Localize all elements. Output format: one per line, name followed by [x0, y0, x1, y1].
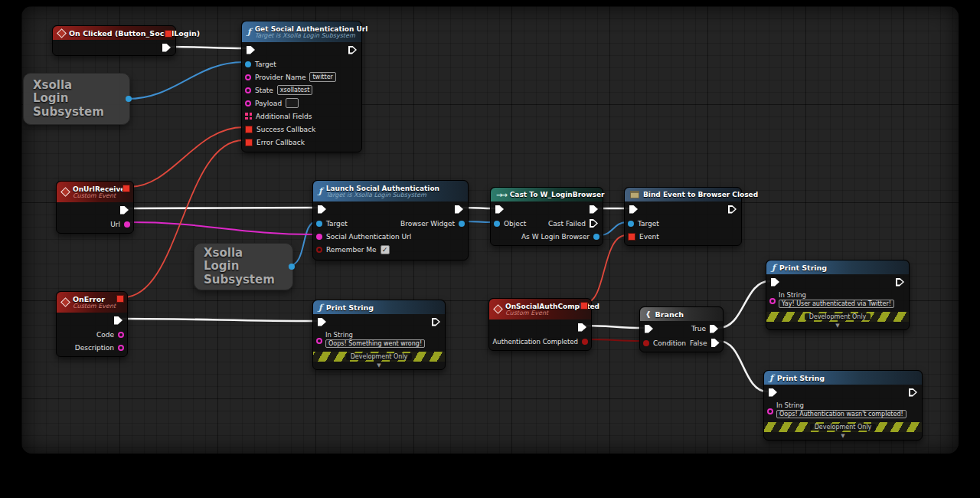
node-get-social-auth-url[interactable]: ƒ Get Social Authentication Url Target i… [241, 21, 362, 152]
pin-label: State [255, 87, 273, 94]
additional-fields-pin[interactable] [245, 113, 252, 120]
variable-xsolla-login-subsystem[interactable]: Xsolla Login Subsystem [194, 243, 293, 290]
error-callback-pin[interactable] [245, 139, 253, 146]
in-string-field[interactable]: Yay! User authenticated via Twitter! [779, 300, 894, 308]
node-title: Print String [777, 374, 825, 382]
exec-out-pin[interactable] [896, 278, 904, 287]
variable-xsolla-login-subsystem[interactable]: Xsolla Login Subsystem [23, 73, 130, 125]
exec-in-pin[interactable] [318, 205, 326, 214]
in-string-pin[interactable] [769, 298, 776, 304]
false-exec-pin[interactable] [711, 339, 720, 347]
node-launch-social-auth[interactable]: ƒ Launch Social Authentication Target is… [312, 180, 469, 260]
code-out-pin[interactable] [118, 332, 124, 338]
cast-failed-exec-pin[interactable] [590, 219, 598, 228]
exec-out-pin[interactable] [728, 205, 737, 214]
collapse-arrow-icon[interactable] [764, 432, 922, 440]
pin-label: Error Callback [256, 139, 305, 146]
node-title: On Clicked (Button_SocialLogin) [69, 29, 200, 38]
object-out-pin[interactable] [289, 264, 295, 270]
exec-out-pin[interactable] [455, 205, 463, 214]
exec-in-pin[interactable] [645, 325, 653, 333]
node-print-string-success[interactable]: ƒ Print String In String Yay! User authe… [766, 260, 910, 330]
exec-in-pin[interactable] [247, 46, 255, 54]
payload-field[interactable] [286, 98, 299, 108]
provider-name-field[interactable]: twitter [309, 72, 335, 82]
pin-label: Browser Widget [400, 220, 455, 228]
pin-label: Additional Fields [256, 113, 312, 120]
node-title: Print String [779, 264, 827, 272]
in-string-field[interactable]: Oops! Authentication wasn't completed! [776, 410, 906, 418]
collapse-arrow-icon[interactable] [766, 322, 909, 329]
object-pin[interactable] [494, 221, 500, 227]
node-on-error[interactable]: OnError Custom Event Code Description [56, 291, 128, 357]
development-only-banner: Development Only [764, 422, 922, 432]
true-exec-pin[interactable] [710, 325, 718, 333]
node-branch[interactable]: ❰ Branch True Condition False [639, 306, 724, 352]
node-subtitle: Target is Xsolla Login Subsystem [326, 192, 439, 198]
development-only-banner: Development Only [313, 352, 445, 362]
social-auth-url-pin[interactable] [316, 234, 322, 240]
event-pin[interactable] [628, 233, 635, 241]
node-print-string-not-completed[interactable]: ƒ Print String In String Oops! Authentic… [763, 370, 923, 441]
exec-in-pin[interactable] [495, 205, 504, 214]
remember-me-checkbox[interactable] [381, 245, 390, 254]
node-cast-to-login-browser[interactable]: →→ Cast To W_LoginBrowser Object Cast Fa… [490, 187, 603, 246]
development-only-banner: Development Only [766, 312, 909, 322]
exec-out-pin[interactable] [120, 206, 129, 215]
node-title: Print String [326, 303, 374, 312]
pin-label: Code [96, 331, 114, 339]
exec-out-pin[interactable] [590, 205, 598, 214]
exec-in-pin[interactable] [769, 388, 777, 397]
pin-label: In String [779, 291, 894, 299]
url-out-pin[interactable] [124, 221, 130, 228]
state-field[interactable]: xsollatest [277, 85, 313, 95]
in-string-field[interactable]: Oops! Something went wrong! [325, 339, 425, 348]
exec-out-pin[interactable] [162, 44, 171, 52]
delegate-pin[interactable] [122, 185, 130, 192]
pin-label: Success Callback [256, 126, 315, 133]
node-on-social-auth-completed[interactable]: OnSocialAuthCompleted Custom Event Authe… [488, 298, 592, 351]
exec-in-pin[interactable] [771, 278, 779, 287]
function-icon: ƒ [772, 263, 776, 273]
browser-widget-out-pin[interactable] [459, 221, 465, 227]
exec-out-pin[interactable] [114, 316, 122, 325]
pin-label: As W Login Browser [521, 233, 590, 241]
provider-name-pin[interactable] [245, 74, 251, 80]
bind-event-icon [630, 191, 639, 198]
remember-me-pin[interactable] [316, 247, 322, 253]
cast-icon: →→ [496, 191, 506, 199]
node-subtitle: Custom Event [73, 303, 116, 310]
success-callback-pin[interactable] [245, 126, 253, 133]
condition-pin[interactable] [643, 340, 649, 346]
exec-in-pin[interactable] [318, 318, 326, 326]
node-on-clicked[interactable]: On Clicked (Button_SocialLogin) [52, 25, 176, 56]
object-out-pin[interactable] [126, 96, 132, 102]
node-title: Bind Event to Browser Closed [643, 191, 758, 198]
pin-label: Provider Name [255, 74, 305, 81]
exec-in-pin[interactable] [629, 205, 638, 214]
payload-pin[interactable] [245, 100, 251, 106]
node-bind-event-browser-closed[interactable]: Bind Event to Browser Closed Target Even… [624, 187, 742, 246]
delegate-pin[interactable] [165, 30, 172, 38]
auth-completed-out-pin[interactable] [582, 339, 588, 345]
in-string-pin[interactable] [316, 338, 322, 344]
node-on-url-received[interactable]: OnUrlReceived Custom Event Url [56, 181, 134, 234]
description-out-pin[interactable] [118, 345, 124, 351]
node-print-string-error[interactable]: ƒ Print String In String Oops! Something… [312, 300, 446, 370]
in-string-pin[interactable] [767, 408, 773, 414]
target-pin[interactable] [245, 61, 251, 67]
delegate-pin[interactable] [580, 302, 588, 310]
variable-title: Xsolla Login Subsystem [204, 247, 273, 287]
delegate-pin[interactable] [116, 295, 124, 303]
exec-out-pin[interactable] [432, 318, 440, 326]
target-pin[interactable] [628, 221, 634, 227]
state-pin[interactable] [245, 87, 251, 93]
exec-out-pin[interactable] [578, 323, 586, 332]
as-login-browser-out-pin[interactable] [593, 234, 599, 240]
exec-out-pin[interactable] [909, 388, 917, 397]
exec-out-pin[interactable] [348, 46, 357, 54]
event-icon [60, 297, 70, 307]
pin-label: Url [110, 221, 120, 228]
collapse-arrow-icon[interactable] [313, 362, 445, 369]
target-pin[interactable] [316, 221, 322, 227]
